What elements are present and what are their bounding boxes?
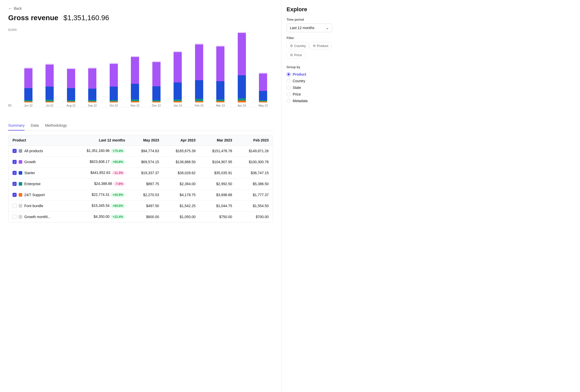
bar-segment: [46, 101, 54, 102]
product-name: All products: [24, 149, 43, 153]
group-option-price[interactable]: Price: [287, 91, 332, 98]
product-cell: 24/7 Support: [8, 189, 69, 200]
bar-segment: [152, 62, 161, 86]
row-checkbox[interactable]: [13, 171, 17, 175]
table-row: All products $1,351,160.96 +73.4%$94,774…: [8, 146, 273, 157]
bar-segment: [88, 89, 96, 100]
last12-value: $22,774.31: [92, 193, 109, 197]
last-12-cell: $22,774.31 +43.9%: [69, 189, 129, 200]
row-checkbox[interactable]: [13, 160, 17, 164]
bar-group[interactable]: May 23: [253, 73, 273, 107]
row-checkbox[interactable]: [13, 193, 17, 197]
bar-segment: [238, 75, 246, 98]
tab-data[interactable]: Data: [31, 121, 39, 130]
bar-segment: [238, 101, 246, 102]
product-name: Growth monthl...: [24, 215, 51, 219]
bar-group[interactable]: Sep 22: [83, 67, 103, 107]
bar-segment: [152, 86, 161, 100]
row-checkbox[interactable]: [13, 204, 17, 208]
table-header-feb-2023: Feb 2023: [236, 135, 273, 146]
month-cell: $69,574.15: [129, 157, 163, 168]
row-checkbox[interactable]: [13, 182, 17, 186]
product-cell: Starter: [8, 168, 69, 179]
filter-label: Price: [294, 53, 302, 57]
bar-group[interactable]: Dec 22: [146, 61, 166, 107]
radio-product[interactable]: [287, 72, 291, 76]
bar-segment: [152, 101, 161, 102]
product-name: Starter: [24, 171, 35, 175]
filter-tags: ⊕Country⊕Product⊕Price: [287, 42, 332, 60]
bar-group[interactable]: Nov 22: [125, 56, 145, 107]
group-option-label: Country: [293, 79, 305, 83]
sidebar-title: Explore: [287, 6, 332, 13]
row-checkbox[interactable]: [13, 149, 17, 153]
back-button[interactable]: ← Back: [8, 6, 273, 11]
bar-segment: [24, 101, 32, 102]
bar-segment: [259, 91, 267, 101]
filter-tag-price[interactable]: ⊕Price: [287, 51, 305, 59]
time-period-dropdown[interactable]: Last 12 months ⌄: [287, 23, 332, 32]
last12-value: $24,388.88: [94, 182, 112, 186]
last-12-cell: $823,608.17 +94.8%: [69, 157, 129, 168]
group-option-product[interactable]: Product: [287, 71, 332, 78]
chevron-down-icon: ⌄: [326, 26, 329, 30]
growth-badge: +84.0%: [110, 204, 125, 208]
month-cell: $2,992.50: [200, 179, 236, 189]
bar-group[interactable]: Jul 22: [40, 64, 60, 107]
tab-summary[interactable]: Summary: [8, 121, 25, 130]
month-cell: $5,386.50: [236, 179, 273, 189]
month-cell: $897.75: [129, 179, 163, 189]
radio-country[interactable]: [287, 79, 291, 83]
bar-segment: [67, 101, 75, 102]
back-arrow-icon: ←: [8, 6, 12, 11]
group-option-label: Product: [293, 72, 306, 76]
growth-badge: -11.3%: [111, 171, 125, 175]
product-cell: All products: [8, 146, 69, 157]
last-12-cell: $4,350.00 +12.4%: [69, 211, 129, 222]
bar-group[interactable]: Apr 23: [232, 32, 252, 107]
growth-badge: +12.4%: [110, 215, 125, 219]
group-options: Product Country State Price Metadata: [287, 71, 332, 104]
last12-value: $4,350.00: [94, 215, 109, 219]
bar-segment: [259, 74, 267, 91]
table-row: Font bundle $15,345.54 +84.0%$497.50$1,5…: [8, 200, 273, 211]
bar-label: Aug 22: [66, 104, 75, 107]
radio-price[interactable]: [287, 92, 291, 96]
month-cell: $2,270.53: [129, 189, 163, 200]
bar-segment: [88, 68, 96, 89]
bar-segment: [46, 100, 54, 101]
row-checkbox[interactable]: [13, 215, 17, 219]
bar-group[interactable]: Feb 23: [189, 43, 209, 107]
radio-metadata[interactable]: [287, 99, 291, 103]
tab-methodology[interactable]: Methodology: [45, 121, 67, 130]
radio-state[interactable]: [287, 86, 291, 90]
month-cell: $1,542.25: [163, 200, 200, 211]
month-cell: $36,028.62: [163, 168, 200, 179]
filter-tag-product[interactable]: ⊕Product: [309, 42, 332, 50]
month-cell: $104,907.95: [200, 157, 236, 168]
group-option-metadata[interactable]: Metadata: [287, 98, 332, 104]
table-row: Growth $823,608.17 +94.8%$69,574.15$136,…: [8, 157, 273, 168]
month-cell: $94,774.63: [129, 146, 163, 157]
bar-group[interactable]: Aug 22: [61, 68, 81, 107]
filter-tag-country[interactable]: ⊕Country: [287, 42, 309, 50]
bar-segment: [46, 65, 54, 87]
month-cell: $1,050.00: [163, 211, 200, 222]
month-cell: $100,300.78: [236, 157, 273, 168]
product-name: Font bundle: [24, 204, 43, 208]
last-12-cell: $24,388.88 -7.6%: [69, 179, 129, 189]
bar-group[interactable]: Jan 23: [168, 51, 188, 107]
last12-value: $823,608.17: [90, 160, 110, 164]
month-cell: $19,337.37: [129, 168, 163, 179]
product-name: Enterprise: [24, 182, 41, 186]
bar-group[interactable]: Oct 22: [104, 63, 124, 107]
group-option-state[interactable]: State: [287, 84, 332, 91]
bar-group[interactable]: Jun 22: [18, 67, 38, 107]
group-option-country[interactable]: Country: [287, 78, 332, 84]
bar-label: Jul 22: [46, 104, 53, 107]
bar-segment: [238, 98, 246, 101]
bar-group[interactable]: Mar 23: [211, 45, 231, 107]
bar-segment: [131, 99, 139, 101]
last-12-cell: $15,345.54 +84.0%: [69, 200, 129, 211]
table-row: 24/7 Support $22,774.31 +43.9%$2,270.53$…: [8, 189, 273, 200]
